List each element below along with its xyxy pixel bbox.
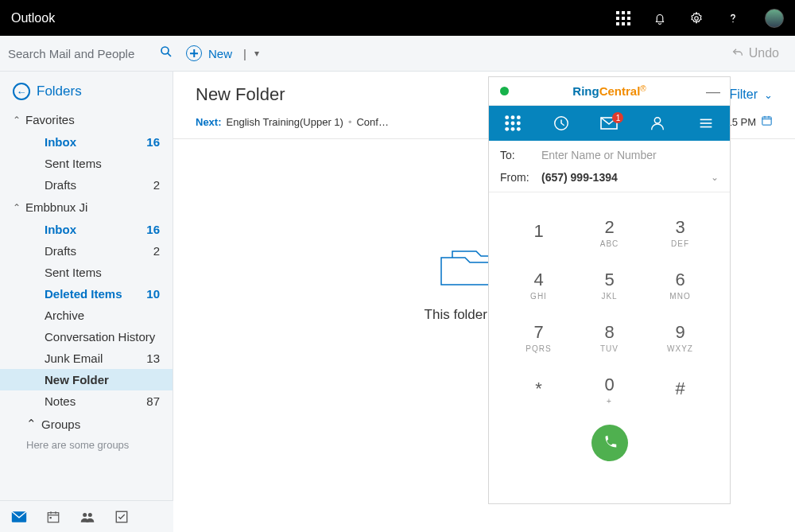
dialpad-key[interactable]: 5JKL [574,261,645,309]
rc-from-label: From: [500,171,541,184]
dialpad-key[interactable]: 1 [503,208,574,256]
folder-item[interactable]: Deleted Items10 [0,283,173,305]
groups-section-header[interactable]: ⌃ Groups [0,412,173,436]
rc-nav-contacts[interactable] [640,115,675,132]
folder-name: Notes [45,394,76,408]
call-button[interactable] [591,425,628,461]
rc-to-row: To: [489,141,730,168]
mail-icon[interactable] [11,511,27,523]
folder-item[interactable]: Archive [0,305,173,326]
folder-item[interactable]: Drafts2 [0,174,173,196]
svg-point-33 [511,127,515,131]
people-icon[interactable] [80,511,95,523]
key-number: 7 [533,322,543,343]
folder-name: Inbox [45,135,76,149]
folder-count: 16 [146,135,160,149]
chevron-up-icon: ⌃ [13,202,21,213]
help-icon[interactable] [725,10,741,26]
folder-item[interactable]: Conversation History [0,326,173,348]
dialpad-key[interactable]: # [645,366,716,414]
svg-point-30 [511,122,515,126]
favorites-label: Favorites [25,113,75,126]
titlebar-actions [615,9,784,28]
chevron-down-icon[interactable]: ▾ [254,48,259,59]
folder-item[interactable]: New Folder [0,369,173,390]
key-number: 1 [533,221,543,242]
dialpad-key[interactable]: 0+ [574,366,645,414]
key-number: 3 [675,217,684,238]
folder-name: Drafts [45,178,76,192]
folder-count: 13 [146,351,160,365]
search-input[interactable] [8,47,159,60]
folder-item[interactable]: Inbox16 [0,219,173,240]
svg-rect-7 [622,22,625,25]
folder-name: Conversation History [45,330,155,344]
dialpad-key[interactable]: 4GHI [503,261,574,309]
toolbar: New | ▾ Undo [0,36,795,72]
next-subject: English Training(Upper 1) [227,116,343,128]
svg-point-29 [506,122,510,126]
svg-point-32 [506,127,510,131]
new-button[interactable]: New | ▾ [173,36,272,71]
folder-name: Inbox [45,223,76,236]
svg-rect-6 [616,22,619,25]
account-section-header[interactable]: ⌃ Embbnux Ji [0,196,173,219]
rc-nav-history[interactable] [544,115,579,132]
folder-item[interactable]: Drafts2 [0,240,173,262]
rc-to-input[interactable] [541,149,719,161]
undo-button[interactable]: Undo [716,46,795,60]
search-icon[interactable] [159,45,173,62]
new-button-label: New [208,47,232,60]
rc-nav-dialpad[interactable] [495,115,530,132]
chevron-up-icon: ⌃ [13,115,21,126]
folder-item[interactable]: Junk Email13 [0,348,173,369]
filter-link[interactable]: Filter ⌄ [729,87,773,102]
back-icon[interactable]: ← [13,83,30,100]
dialpad-key[interactable]: 7PQRS [503,313,574,361]
tasks-icon[interactable] [114,510,129,524]
app-launcher-icon[interactable] [615,10,631,26]
folder-item[interactable]: Sent Items [0,262,173,283]
bottom-bar [0,500,173,532]
svg-rect-3 [616,17,619,20]
dialpad: 12ABC3DEF4GHI5JKL6MNO7PQRS8TUV9WXYZ*0+# [489,192,730,414]
folders-header[interactable]: ← Folders [0,72,173,108]
key-letters: + [607,397,612,406]
key-number: 4 [533,270,543,290]
rc-nav: 1 [489,106,730,141]
folder-name: Sent Items [45,157,102,170]
rc-logo: RingCentral® [572,84,646,98]
chevron-down-icon: ⌄ [764,89,773,101]
rc-from-value: (657) 999-1394 [541,171,711,184]
folder-count: 16 [146,223,160,236]
rc-nav-messages[interactable]: 1 [591,115,626,132]
status-dot-icon[interactable] [500,87,509,95]
svg-rect-4 [622,17,625,20]
svg-point-10 [732,21,734,22]
dialpad-key[interactable]: * [503,366,574,414]
dialpad-key[interactable]: 6MNO [645,261,716,309]
dialpad-key[interactable]: 8TUV [574,313,645,361]
svg-point-28 [517,115,521,119]
folder-item[interactable]: Inbox16 [0,131,173,153]
key-letters: TUV [600,344,619,353]
dialpad-key[interactable]: 9WXYZ [645,313,716,361]
folder-item[interactable]: Notes87 [0,390,173,412]
folder-item[interactable]: Sent Items [0,153,173,174]
bell-icon[interactable] [652,10,668,26]
rc-nav-menu[interactable] [688,115,723,132]
key-letters: MNO [669,292,690,301]
avatar[interactable] [765,9,784,28]
svg-point-34 [517,127,521,131]
rc-logo-main: Ring [572,84,599,98]
favorites-section-header[interactable]: ⌃ Favorites [0,108,173,131]
dialpad-key[interactable]: 2ABC [574,208,645,256]
dialpad-key[interactable]: 3DEF [645,208,716,256]
minimize-icon[interactable]: — [706,84,720,99]
folder-title: New Folder [196,84,285,105]
ringcentral-panel: RingCentral® — 1 To: From: (657) 999-139… [488,76,731,504]
gear-icon[interactable] [688,10,704,26]
calendar-icon[interactable] [46,510,60,524]
folder-name: Deleted Items [45,287,122,301]
rc-from-row[interactable]: From: (657) 999-1394 ⌄ [489,168,730,192]
